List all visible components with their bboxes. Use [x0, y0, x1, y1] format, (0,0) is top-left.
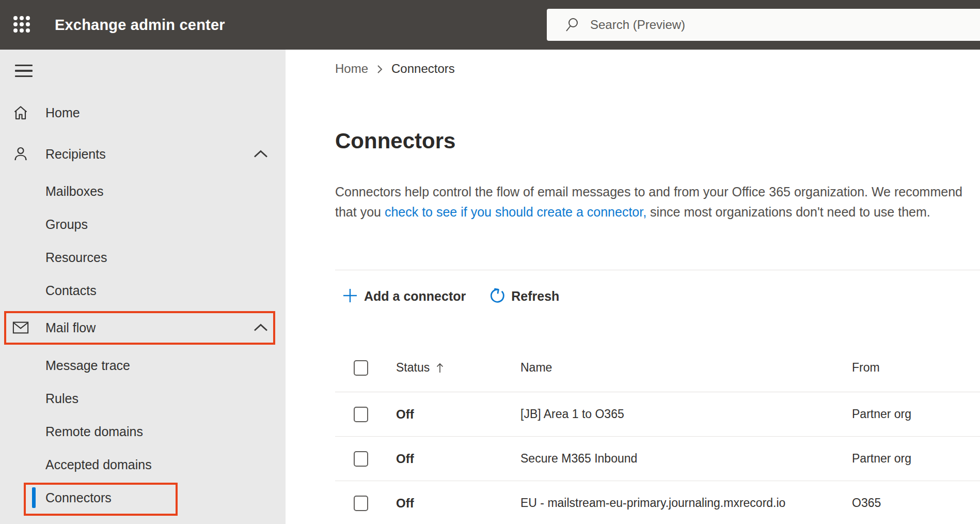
row-select-cell: [354, 451, 396, 467]
column-header-label: Name: [520, 361, 552, 375]
sidebar-nav: Home Recipients Mailboxes Groups Resourc…: [0, 50, 286, 524]
sidebar-item-message-trace[interactable]: Message trace: [0, 349, 286, 382]
sidebar-item-label: Connectors: [45, 490, 112, 505]
global-search-input[interactable]: [589, 17, 901, 33]
table-row[interactable]: Off [JB] Area 1 to O365 Partner org: [335, 392, 980, 437]
sidebar-item-label: Contacts: [45, 283, 97, 298]
sidebar-item-label: Mail flow: [45, 320, 96, 335]
select-all-checkbox[interactable]: [354, 360, 368, 376]
status-cell: Off: [396, 407, 520, 422]
sidebar-item-label: Remote domains: [45, 424, 143, 439]
row-checkbox[interactable]: [354, 451, 368, 467]
sidebar-item-accepted-domains[interactable]: Accepted domains: [0, 448, 286, 481]
page-title: Connectors: [335, 129, 980, 153]
column-header-from[interactable]: From: [852, 361, 980, 375]
refresh-button[interactable]: Refresh: [481, 285, 566, 307]
main-content: Home Connectors Connectors Connectors he…: [286, 50, 980, 524]
sidebar-item-remote-domains[interactable]: Remote domains: [0, 415, 286, 448]
hamburger-icon: [15, 65, 29, 78]
sidebar-item-label: Mailboxes: [45, 184, 104, 199]
select-all-cell: [354, 360, 396, 376]
app-launcher-button[interactable]: [0, 0, 43, 50]
sidebar-item-label: Recipients: [45, 147, 106, 162]
plus-icon: [342, 288, 358, 305]
sidebar-item-label: Rules: [45, 391, 78, 406]
from-cell: Partner org: [852, 407, 980, 421]
sidebar-item-label: Message trace: [45, 358, 130, 373]
name-cell: EU - mailstream-eu-primary.journaling.mx…: [520, 496, 852, 510]
column-header-status[interactable]: Status: [396, 361, 520, 375]
create-connector-check-link[interactable]: check to see if you should create a conn…: [385, 205, 646, 219]
sort-ascending-icon: [436, 362, 444, 374]
column-header-name[interactable]: Name: [520, 361, 852, 375]
mail-icon: [12, 319, 29, 336]
row-checkbox[interactable]: [354, 407, 368, 422]
sidebar-item-mail-flow[interactable]: Mail flow: [0, 311, 286, 344]
breadcrumb: Home Connectors: [335, 50, 980, 78]
row-select-cell: [354, 407, 396, 422]
home-icon: [12, 104, 29, 121]
sidebar-item-recipients[interactable]: Recipients: [0, 137, 286, 171]
sidebar-item-groups[interactable]: Groups: [0, 208, 286, 241]
sidebar-item-label: Groups: [45, 217, 88, 232]
breadcrumb-current: Connectors: [391, 61, 455, 76]
status-cell: Off: [396, 452, 520, 466]
search-icon: [564, 17, 579, 33]
chevron-right-icon: [376, 64, 383, 74]
column-header-label: Status: [396, 361, 430, 375]
row-select-cell: [354, 496, 396, 511]
connectors-table: Status Name From Off [JB] Area 1 to O: [335, 344, 980, 524]
person-icon: [12, 146, 29, 162]
sidebar-item-resources[interactable]: Resources: [0, 241, 286, 274]
sidebar-item-label: Accepted domains: [45, 457, 152, 472]
refresh-icon: [488, 287, 505, 305]
selected-item-indicator: [32, 487, 36, 508]
from-cell: O365: [852, 496, 980, 510]
hamburger-menu-button[interactable]: [12, 61, 33, 82]
sidebar-item-label: Resources: [45, 250, 107, 265]
name-cell: Secure M365 Inbound: [520, 452, 852, 466]
name-cell: [JB] Area 1 to O365: [520, 407, 852, 421]
sidebar-item-mailboxes[interactable]: Mailboxes: [0, 175, 286, 208]
status-cell: Off: [396, 496, 520, 511]
sidebar-item-rules[interactable]: Rules: [0, 382, 286, 415]
app-title: Exchange admin center: [55, 17, 225, 34]
add-connector-button[interactable]: Add a connector: [335, 285, 473, 307]
table-header-row: Status Name From: [335, 344, 980, 392]
table-row[interactable]: Off EU - mailstream-eu-primary.journalin…: [335, 481, 980, 524]
sidebar-item-connectors[interactable]: Connectors: [0, 481, 286, 514]
row-checkbox[interactable]: [354, 496, 368, 511]
toolbar: Add a connector Refresh: [335, 285, 980, 307]
chevron-up-icon[interactable]: [253, 323, 268, 332]
sidebar-item-contacts[interactable]: Contacts: [0, 274, 286, 307]
column-header-label: From: [852, 361, 880, 375]
toolbar-divider: [335, 270, 980, 270]
global-search-box[interactable]: [547, 9, 980, 41]
table-row[interactable]: Off Secure M365 Inbound Partner org: [335, 437, 980, 481]
page-description: Connectors help control the flow of emai…: [335, 182, 962, 222]
sidebar-item-home[interactable]: Home: [0, 96, 286, 129]
breadcrumb-home-link[interactable]: Home: [335, 61, 368, 76]
sidebar-item-label: Home: [45, 105, 80, 120]
top-app-bar: Exchange admin center: [0, 0, 980, 50]
refresh-label: Refresh: [511, 289, 559, 304]
chevron-up-icon[interactable]: [253, 150, 268, 158]
description-text: since most organizations don't need to u…: [646, 205, 930, 219]
add-connector-label: Add a connector: [364, 289, 466, 304]
from-cell: Partner org: [852, 452, 980, 466]
waffle-icon: [13, 16, 30, 35]
